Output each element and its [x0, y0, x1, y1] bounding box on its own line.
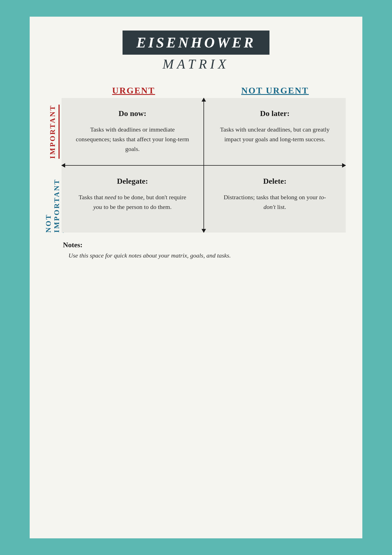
matrix-wrapper: IMPORTANT NOT IMPORTANT Do now: Tasks wi…: [46, 98, 346, 233]
delete-title: Delete:: [263, 177, 286, 186]
delegate-middle: to be done, but don't require: [116, 194, 186, 201]
notes-text: Use this space for quick notes about you…: [63, 252, 346, 259]
not-urgent-header: NOT URGENT: [212, 85, 339, 96]
matrix-grid: Do now: Tasks with deadlines or immediat…: [62, 98, 346, 233]
delete-after: list.: [276, 203, 286, 210]
important-label: IMPORTANT: [49, 105, 60, 159]
title-line1: EISENHOWER: [136, 35, 256, 51]
delegate-title: Delegate:: [117, 177, 148, 186]
arrow-left: [61, 163, 65, 168]
notes-label: Notes:: [63, 241, 346, 249]
delete-before: Distractions; tasks that belong on your: [224, 194, 319, 201]
do-later-title: Do later:: [260, 109, 290, 118]
quadrant-delegate: Delegate: Tasks that need to be done, bu…: [62, 165, 204, 233]
quadrant-delete: Delete: Distractions; tasks that belong …: [204, 165, 346, 233]
delegate-before: Tasks that: [79, 194, 105, 201]
not-important-label-container: NOT IMPORTANT: [44, 165, 64, 233]
side-labels: IMPORTANT NOT IMPORTANT: [46, 98, 62, 233]
delegate-desc: Tasks that need to be done, but don't re…: [75, 192, 190, 212]
do-later-desc: Tasks with unclear deadlines, but can gr…: [218, 125, 332, 144]
notes-section: Notes: Use this space for quick notes ab…: [46, 241, 346, 259]
delegate-you: you: [93, 203, 102, 210]
delegate-after: to be the person to do them.: [102, 203, 172, 210]
delegate-need: need: [105, 194, 116, 201]
important-label-container: IMPORTANT: [49, 98, 60, 165]
urgent-header: URGENT: [70, 85, 197, 96]
quadrant-do-later: Do later: Tasks with unclear deadlines, …: [204, 98, 346, 165]
arrow-up: [202, 98, 206, 102]
not-important-label: NOT IMPORTANT: [44, 165, 64, 233]
arrow-down: [202, 229, 206, 233]
title-banner: EISENHOWER: [123, 31, 269, 55]
title-line2: MATRIX: [163, 56, 230, 72]
axis-vertical: [203, 98, 204, 233]
do-now-title: Do now:: [119, 109, 146, 118]
column-headers: URGENT NOT URGENT: [46, 85, 346, 96]
arrow-right: [342, 163, 346, 168]
do-now-desc: Tasks with deadlines or immediate conseq…: [75, 125, 190, 154]
page: EISENHOWER MATRIX URGENT NOT URGENT IMPO…: [30, 17, 362, 538]
quadrant-do-now: Do now: Tasks with deadlines or immediat…: [62, 98, 204, 165]
delete-desc: Distractions; tasks that belong on your …: [218, 192, 332, 212]
title-area: EISENHOWER MATRIX: [123, 31, 269, 72]
